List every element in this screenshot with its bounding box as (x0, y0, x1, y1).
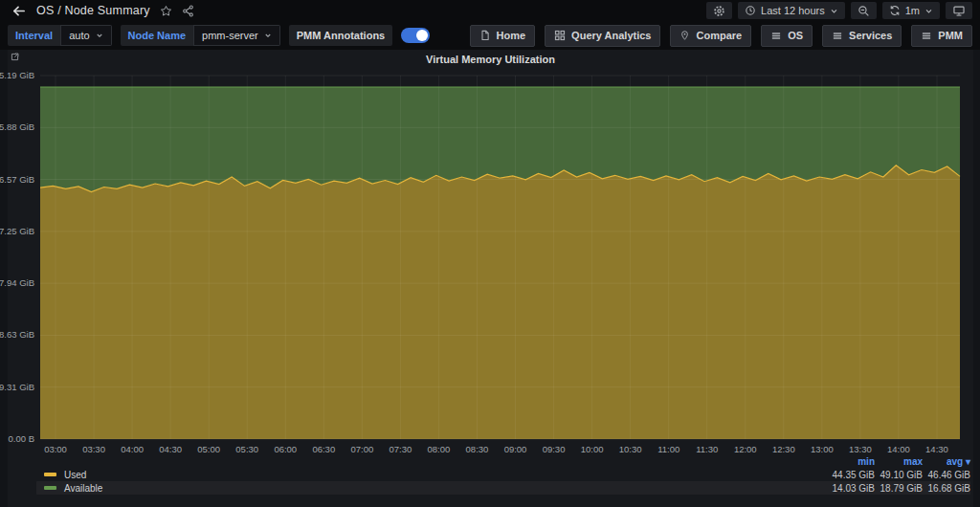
nav-button-label: PMM (938, 30, 963, 41)
pmm-annotations-toggle[interactable] (401, 28, 430, 43)
nav-button-label: OS (788, 30, 803, 41)
nav-button-label: Home (497, 30, 526, 41)
gear-icon (713, 5, 725, 17)
nav-button-compare[interactable]: Compare (670, 25, 751, 47)
interval-label: Interval (8, 25, 60, 46)
available-avg: 16.68 GiB (923, 483, 970, 494)
dashboard-links: Home Query Analytics Compare OS Services… (470, 25, 972, 47)
time-range-picker[interactable]: Last 12 hours (738, 2, 845, 19)
zoom-out-button[interactable] (851, 2, 877, 19)
pmm-annotations-control: PMM Annotations (289, 25, 392, 46)
dashboard-controls-bar: Interval auto Node Name pmm-server PMM A… (0, 21, 980, 50)
legend-column-min[interactable]: min (827, 456, 875, 467)
caret-down-icon (830, 7, 838, 15)
legend-row-used: Used 44.35 GiB 49.10 GiB 46.46 GiB (36, 468, 970, 481)
nav-button-home[interactable]: Home (470, 25, 536, 47)
kiosk-mode-button[interactable] (946, 2, 972, 19)
used-max: 49.10 GiB (875, 470, 923, 480)
used-min: 44.35 GiB (827, 470, 875, 480)
dashboard-settings-button[interactable] (706, 2, 732, 19)
series-name: Used (64, 470, 86, 480)
toggle-knob (416, 30, 428, 41)
legend-series-available[interactable]: Available (36, 483, 827, 494)
node-name-select[interactable]: pmm-server (193, 25, 280, 46)
share-icon[interactable] (182, 5, 194, 17)
available-series-swatch (44, 486, 56, 490)
node-name-label: Node Name (121, 25, 194, 46)
caret-down-icon (96, 32, 103, 39)
chart-area[interactable]: 0.00 B9.31 GiB18.63 GiB27.94 GiB37.25 Gi… (8, 50, 973, 507)
nav-button-pmm[interactable]: PMM (911, 25, 972, 47)
interval-value: auto (69, 30, 89, 41)
refresh-icon (889, 5, 901, 16)
nav-button-query-analytics[interactable]: Query Analytics (545, 25, 660, 47)
legend-series-used[interactable]: Used (36, 470, 827, 480)
node-name-variable: Node Name pmm-server (121, 25, 280, 46)
interval-select[interactable]: auto (60, 25, 111, 46)
clock-icon (745, 5, 756, 16)
legend-row-available: Available 14.03 GiB 18.79 GiB 16.68 GiB (36, 481, 970, 495)
legend-column-max[interactable]: max (875, 456, 923, 467)
nav-button-services[interactable]: Services (822, 25, 902, 47)
map-pin-icon (679, 30, 690, 41)
grid-icon (554, 30, 566, 41)
node-name-value: pmm-server (202, 30, 258, 41)
legend-column-avg-label: avg (947, 456, 963, 467)
available-max: 18.79 GiB (875, 483, 923, 494)
refresh-interval-label: 1m (905, 5, 920, 16)
legend: min max avg ▾ Used 44.35 GiB 49.10 GiB 4… (36, 455, 970, 495)
nav-button-label: Compare (696, 30, 742, 41)
caret-down-icon (264, 32, 272, 39)
caret-down-icon (924, 7, 933, 15)
series-name: Available (64, 483, 102, 494)
refresh-picker[interactable]: 1m (882, 2, 940, 19)
nav-button-os[interactable]: OS (761, 25, 813, 47)
nav-button-label: Query Analytics (571, 30, 651, 41)
legend-column-avg[interactable]: avg ▾ (923, 456, 970, 467)
menu-icon (770, 30, 782, 41)
memory-utilization-panel: Virtual Memory Utilization 0.00 B9.31 Gi… (8, 50, 973, 507)
monitor-icon (952, 5, 966, 17)
used-avg: 46.46 GiB (923, 470, 970, 480)
top-bar: OS / Node Summary Last 12 hours 1m (0, 0, 980, 21)
dashboard-title: OS / Node Summary (36, 4, 150, 17)
favorite-star-icon[interactable] (160, 5, 172, 17)
menu-icon (921, 30, 932, 41)
zoom-out-icon (858, 5, 870, 17)
back-button[interactable] (8, 2, 29, 19)
nav-button-label: Services (849, 30, 892, 41)
arrow-left-icon (11, 4, 26, 18)
used-series-swatch (44, 473, 56, 476)
interval-variable: Interval auto (8, 25, 112, 46)
time-range-label: Last 12 hours (761, 5, 825, 16)
menu-icon (832, 30, 843, 41)
memory-chart-svg (8, 50, 973, 507)
topbar-actions: Last 12 hours 1m (706, 2, 972, 19)
available-min: 14.03 GiB (827, 483, 875, 494)
legend-header: min max avg ▾ (36, 455, 970, 468)
pmm-annotations-label: PMM Annotations (289, 25, 392, 46)
home-icon (479, 30, 491, 41)
